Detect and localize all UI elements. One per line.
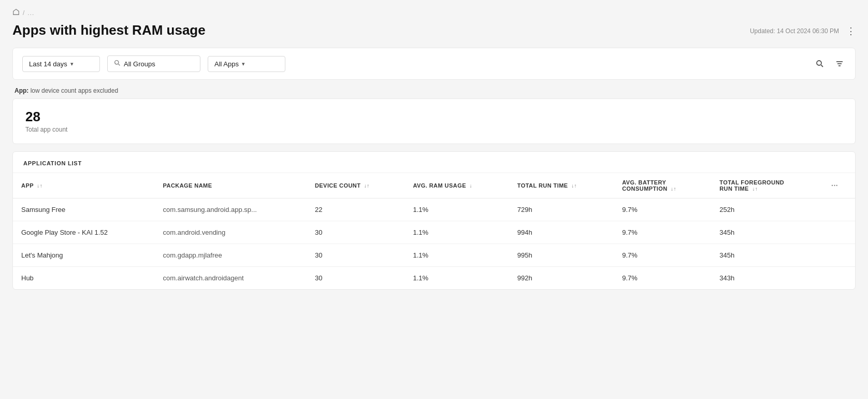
cell-total-run-time: 995h xyxy=(509,244,614,267)
page-header: Apps with highest RAM usage Updated: 14 … xyxy=(12,22,856,38)
cell-total-run-time: 994h xyxy=(509,221,614,244)
col-header-avg-battery[interactable]: AVG. BATTERYCONSUMPTION ↓↑ xyxy=(614,173,711,198)
table-row: Let's Mahjong com.gdapp.mjlafree 30 1.1%… xyxy=(13,244,855,267)
cell-avg-battery: 9.7% xyxy=(614,198,711,221)
col-header-actions: ··· xyxy=(823,173,855,198)
sort-foreground-icon: ↓↑ xyxy=(752,186,758,192)
cell-avg-battery: 9.7% xyxy=(614,221,711,244)
cell-avg-ram: 1.1% xyxy=(404,221,509,244)
application-list-card: APPLICATION LIST APP ↓↑ PACKAGE NAME DEV… xyxy=(12,151,856,290)
breadcrumb: / ... xyxy=(12,8,856,17)
apps-chevron: ▾ xyxy=(242,61,245,67)
home-icon[interactable] xyxy=(12,8,20,17)
cell-avg-battery: 9.7% xyxy=(614,244,711,267)
sort-device-icon: ↓↑ xyxy=(364,183,370,189)
col-header-app[interactable]: APP ↓↑ xyxy=(13,173,155,198)
cell-device-count: 30 xyxy=(307,221,404,244)
sort-app-icon: ↓↑ xyxy=(37,183,42,189)
total-app-label: Total app count xyxy=(25,126,843,133)
table-section-title: APPLICATION LIST xyxy=(13,152,855,173)
cell-total-run-time: 729h xyxy=(509,198,614,221)
cell-app: Samsung Free xyxy=(13,198,155,221)
cell-actions[interactable] xyxy=(823,244,855,267)
column-options-icon[interactable]: ··· xyxy=(831,181,838,190)
page-title: Apps with highest RAM usage xyxy=(12,22,206,38)
groups-label: All Groups xyxy=(124,60,155,68)
cell-total-run-time: 992h xyxy=(509,267,614,290)
cell-package-name: com.gdapp.mjlafree xyxy=(155,244,307,267)
groups-search-icon xyxy=(114,60,121,68)
application-table: APP ↓↑ PACKAGE NAME DEVICE COUNT ↓↑ AVG.… xyxy=(13,173,855,290)
filter-button[interactable] xyxy=(833,58,846,70)
cell-total-foreground: 345h xyxy=(711,221,823,244)
cell-device-count: 30 xyxy=(307,267,404,290)
cell-app: Hub xyxy=(13,267,155,290)
table-row: Google Play Store - KAI 1.52 com.android… xyxy=(13,221,855,244)
cell-total-foreground: 343h xyxy=(711,267,823,290)
sort-battery-icon: ↓↑ xyxy=(671,186,676,192)
header-right: Updated: 14 Oct 2024 06:30 PM ⋮ xyxy=(750,22,856,37)
cell-package-name: com.samsung.android.app.sp... xyxy=(155,198,307,221)
cell-actions[interactable] xyxy=(823,221,855,244)
col-header-package-name: PACKAGE NAME xyxy=(155,173,307,198)
table-header-row: APP ↓↑ PACKAGE NAME DEVICE COUNT ↓↑ AVG.… xyxy=(13,173,855,198)
col-header-avg-ram[interactable]: AVG. RAM USAGE ↓ xyxy=(404,173,509,198)
apps-label: All Apps xyxy=(214,60,239,68)
cell-total-foreground: 252h xyxy=(711,198,823,221)
total-app-count: 28 xyxy=(25,109,843,124)
svg-line-3 xyxy=(821,65,823,67)
cell-package-name: com.airwatch.androidagent xyxy=(155,267,307,290)
filters-bar: Last 14 days ▾ All Groups All Apps ▾ xyxy=(12,48,856,80)
summary-note: App: low device count apps excluded xyxy=(12,87,856,94)
cell-avg-ram: 1.1% xyxy=(404,267,509,290)
cell-total-foreground: 345h xyxy=(711,244,823,267)
cell-avg-ram: 1.1% xyxy=(404,244,509,267)
cell-actions[interactable] xyxy=(823,198,855,221)
cell-app: Google Play Store - KAI 1.52 xyxy=(13,221,155,244)
date-range-label: Last 14 days xyxy=(29,60,67,68)
cell-avg-ram: 1.1% xyxy=(404,198,509,221)
sort-runtime-icon: ↓↑ xyxy=(571,183,577,189)
groups-filter[interactable]: All Groups xyxy=(107,55,200,72)
updated-label: Updated: 14 Oct 2024 06:30 PM xyxy=(750,27,839,35)
cell-avg-battery: 9.7% xyxy=(614,267,711,290)
date-range-chevron: ▾ xyxy=(70,61,74,67)
svg-line-1 xyxy=(119,64,120,66)
svg-point-2 xyxy=(817,61,821,65)
table-row: Hub com.airwatch.androidagent 30 1.1% 99… xyxy=(13,267,855,290)
date-range-filter[interactable]: Last 14 days ▾ xyxy=(22,56,100,72)
svg-point-0 xyxy=(115,61,119,64)
breadcrumb-separator: / xyxy=(23,9,24,17)
sort-ram-icon: ↓ xyxy=(469,183,472,189)
col-header-device-count[interactable]: DEVICE COUNT ↓↑ xyxy=(307,173,404,198)
table-row: Samsung Free com.samsung.android.app.sp.… xyxy=(13,198,855,221)
cell-package-name: com.android.vending xyxy=(155,221,307,244)
cell-app: Let's Mahjong xyxy=(13,244,155,267)
cell-device-count: 22 xyxy=(307,198,404,221)
cell-actions[interactable] xyxy=(823,267,855,290)
col-header-total-run-time[interactable]: TOTAL RUN TIME ↓↑ xyxy=(509,173,614,198)
breadcrumb-more[interactable]: ... xyxy=(27,9,34,17)
search-button[interactable] xyxy=(814,58,826,70)
col-header-total-foreground[interactable]: TOTAL FOREGROUNDRUN TIME ↓↑ xyxy=(711,173,823,198)
cell-device-count: 30 xyxy=(307,244,404,267)
header-more-button[interactable]: ⋮ xyxy=(846,25,856,37)
summary-card: 28 Total app count xyxy=(12,98,856,144)
apps-filter[interactable]: All Apps ▾ xyxy=(208,56,285,72)
